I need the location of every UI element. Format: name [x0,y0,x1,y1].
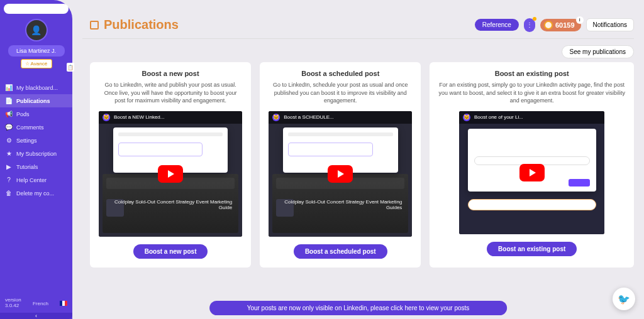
card-desc: Go to LinkedIn, schedule your post as us… [269,81,412,105]
feed-caption: Coldplay Sold-Out Concert Strategy Event… [103,199,232,210]
sidebar-item-comments[interactable]: 💬 Comments [0,121,72,134]
chat-bubble-button[interactable]: 🐦 [613,288,635,310]
sidebar-item-publications[interactable]: 📄 Publications [0,94,72,107]
video-title: Boost a NEW Linked... [114,114,164,120]
sidebar-item-subscription[interactable]: ★ My Subscription [0,147,72,160]
card-boost-scheduled: Boost a scheduled post Go to LinkedIn, s… [260,62,421,268]
cards-row: Boost a new post Go to LinkedIn, write a… [79,62,638,268]
version-number: 3.0.42 [5,303,21,309]
sidebar-item-label: Help Center [16,177,47,183]
sidebar-item-delete[interactable]: 🗑 Delete my co... [0,187,72,200]
video-title: Boost one of your Li... [474,114,523,120]
feed-caption: Coldplay Sold-Out Concert Strategy Event… [272,199,402,210]
trash-icon: 🗑 [5,190,13,197]
card-title: Boost a scheduled post [301,70,379,77]
card-desc: Go to LinkedIn, write and publish your p… [99,81,242,105]
gear-icon: ⚙ [5,137,13,144]
coin-icon [544,21,553,30]
boost-new-button[interactable]: Boost a new post [133,244,208,259]
info-icon[interactable]: i [576,16,584,24]
chart-icon: 📊 [5,84,13,91]
sidebar-item-label: My Subscription [16,151,57,157]
page-title: Publications [90,18,179,32]
avatar[interactable]: 👤 [25,19,48,41]
page-title-text: Publications [104,18,179,32]
sidebar-item-settings[interactable]: ⚙ Settings [0,134,72,147]
card-title: Boost a new post [142,70,199,77]
sidebar-item-label: Publications [16,98,50,104]
boost-scheduled-button[interactable]: Boost a scheduled post [294,244,387,259]
search-input[interactable] [4,4,69,14]
video-logo-icon: 🐱 [463,114,470,121]
linkedin-banner[interactable]: Your posts are now only visible on Linke… [209,301,508,315]
play-icon: ▶ [5,163,13,170]
video-title: Boost a SCHEDULE... [284,114,334,120]
megaphone-icon: 📢 [5,111,13,117]
document-icon: 📄 [5,97,13,104]
publications-icon [90,21,99,30]
sidebar-item-label: Delete my co... [16,190,54,197]
user-name[interactable]: Lisa Martinez J. [8,45,65,57]
main: Publications Reference ⋮ 60159 i Notific… [72,0,644,319]
card-title: Boost an existing post [495,70,569,77]
play-icon[interactable] [328,165,353,183]
comment-icon: 💬 [5,124,13,131]
see-publications-button[interactable]: See my publications [562,45,635,58]
sidebar-item-label: Pods [16,111,30,117]
sidebar-item-label: My blackboard... [16,85,58,91]
user-level-badge: Avancé [21,59,52,68]
play-icon[interactable] [158,165,183,183]
topbar: Publications Reference ⋮ 60159 i Notific… [79,0,638,38]
sidebar: 👤 Lisa Martinez J. Avancé 📋 📊 My blackbo… [0,0,72,319]
sidebar-item-label: Comments [16,124,44,131]
flag-fr-icon [60,301,67,306]
play-icon[interactable] [519,164,545,181]
video-logo-icon: 🐱 [272,114,280,121]
star-icon: ★ [5,150,13,157]
video-boost-new[interactable]: Coldplay Sold-Out Concert Strategy Event… [99,111,242,237]
card-desc: For an existing post, simply go to your … [438,81,625,105]
boost-existing-button[interactable]: Boost an existing post [487,242,577,256]
language-select[interactable]: French [33,301,48,306]
sidebar-item-help[interactable]: ? Help Center [0,173,72,187]
sidebar-item-pods[interactable]: 📢 Pods [0,107,72,121]
sidebar-item-blackboard[interactable]: 📊 My blackboard... [0,81,72,94]
video-boost-scheduled[interactable]: Coldplay Sold-Out Concert Strategy Event… [269,111,412,237]
sidebar-item-tutorials[interactable]: ▶ Tutorials [0,160,72,173]
more-menu-button[interactable]: ⋮ [524,18,535,32]
card-boost-new: Boost a new post Go to LinkedIn, write a… [90,62,251,268]
card-boost-existing: Boost an existing post For an existing p… [430,62,634,268]
sidebar-item-label: Settings [16,138,37,144]
sidebar-footer: version 3.0.42 French [0,294,72,313]
sidebar-item-label: Tutorials [16,164,38,170]
coin-balance[interactable]: 60159 i [540,19,581,31]
nav: 📊 My blackboard... 📄 Publications 📢 Pods… [0,81,72,200]
coin-amount: 60159 [555,21,575,29]
video-boost-existing[interactable]: 🐱 Boost one of your Li... [459,111,604,234]
collapse-sidebar-button[interactable]: ‹ [0,313,72,319]
question-icon: ? [5,176,13,183]
video-logo-icon: 🐱 [103,114,110,121]
notifications-button[interactable]: Notifications [586,18,634,31]
reference-button[interactable]: Reference [475,19,519,31]
top-actions: Reference ⋮ 60159 i Notifications [475,18,634,32]
